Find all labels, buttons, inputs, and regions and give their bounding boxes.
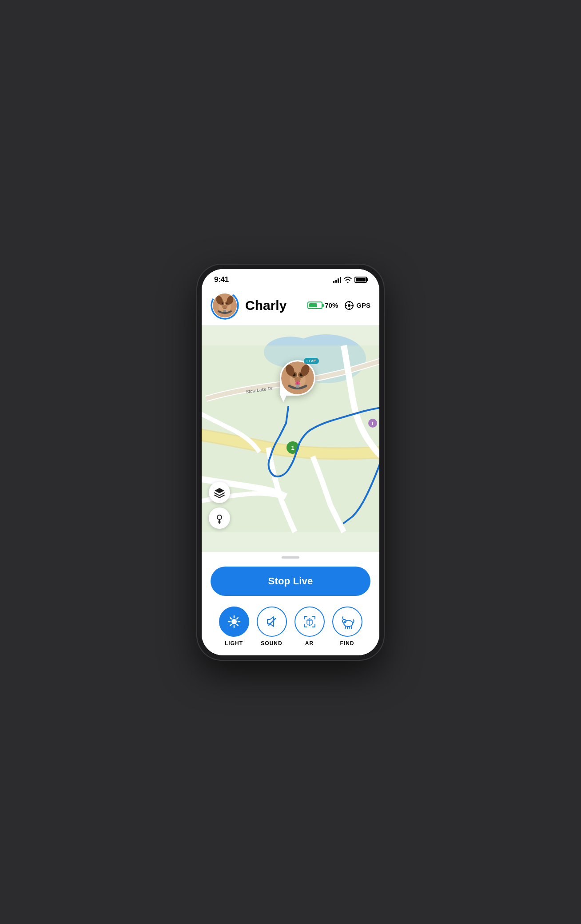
pet-avatar-container bbox=[211, 291, 239, 320]
svg-point-39 bbox=[231, 619, 237, 624]
location-icon bbox=[214, 512, 225, 524]
wifi-icon bbox=[344, 277, 352, 283]
dog-marker-tail bbox=[280, 394, 287, 402]
sound-label: SOUND bbox=[261, 640, 282, 646]
svg-rect-37 bbox=[296, 385, 299, 388]
map-container[interactable]: 1 ⬆ Stow Lake Dr LIVE bbox=[202, 325, 379, 552]
action-find-button[interactable]: FIND bbox=[332, 607, 362, 646]
svg-line-45 bbox=[237, 624, 238, 626]
status-time: 9:41 bbox=[214, 275, 229, 284]
light-label: LIGHT bbox=[225, 640, 243, 646]
svg-line-54 bbox=[349, 627, 350, 629]
light-icon bbox=[227, 614, 242, 629]
svg-rect-10 bbox=[223, 310, 226, 312]
svg-point-50 bbox=[344, 620, 353, 627]
svg-point-7 bbox=[222, 305, 227, 309]
action-ar-button[interactable]: AR bbox=[294, 607, 325, 646]
status-bar: 9:41 bbox=[202, 269, 379, 288]
svg-text:⬆: ⬆ bbox=[371, 421, 374, 426]
find-icon bbox=[339, 614, 355, 630]
find-icon-circle bbox=[332, 607, 362, 637]
location-button[interactable] bbox=[209, 508, 230, 529]
gps-label: GPS bbox=[356, 301, 370, 309]
action-sound-button[interactable]: SOUND bbox=[257, 607, 287, 646]
phone-frame: 9:41 bbox=[197, 265, 384, 660]
layers-icon bbox=[214, 487, 225, 498]
dog-marker: LIVE bbox=[280, 360, 315, 402]
action-light-button[interactable]: LIGHT bbox=[219, 607, 249, 646]
status-icons bbox=[333, 277, 367, 283]
svg-point-32 bbox=[294, 377, 301, 381]
find-label: FIND bbox=[340, 640, 354, 646]
dog-marker-bubble bbox=[280, 360, 315, 396]
dog-avatar-svg bbox=[213, 293, 237, 317]
gps-status: GPS bbox=[344, 301, 370, 310]
sound-icon-circle bbox=[257, 607, 287, 637]
light-icon-circle bbox=[219, 607, 249, 637]
battery-status: 70% bbox=[307, 301, 338, 309]
pet-name: Charly bbox=[245, 298, 307, 313]
svg-line-47 bbox=[230, 624, 231, 626]
svg-line-52 bbox=[345, 627, 346, 629]
dog-marker-image bbox=[281, 361, 314, 394]
gps-icon bbox=[344, 301, 354, 310]
signal-icon bbox=[333, 277, 341, 283]
header: Charly 70% bbox=[202, 288, 379, 325]
battery-status-icon bbox=[307, 301, 322, 309]
battery-icon bbox=[354, 277, 367, 283]
avatar bbox=[213, 293, 237, 317]
ar-icon-circle bbox=[294, 607, 325, 637]
svg-line-46 bbox=[237, 618, 238, 619]
ar-label: AR bbox=[305, 640, 314, 646]
drag-handle bbox=[282, 556, 299, 559]
svg-text:1: 1 bbox=[291, 444, 294, 451]
action-buttons: LIGHT SOUND bbox=[211, 607, 370, 646]
bottom-panel: Stop Live bbox=[202, 552, 379, 655]
ar-icon bbox=[302, 615, 317, 629]
sound-icon bbox=[265, 615, 279, 629]
svg-line-44 bbox=[230, 618, 231, 619]
map-layers-button[interactable] bbox=[209, 482, 230, 503]
battery-percentage: 70% bbox=[325, 301, 338, 309]
stop-live-button[interactable]: Stop Live bbox=[211, 567, 370, 596]
svg-point-12 bbox=[348, 304, 350, 307]
svg-point-38 bbox=[217, 515, 222, 520]
live-badge: LIVE bbox=[304, 358, 319, 364]
pet-status-right: 70% GPS bbox=[307, 301, 370, 310]
phone-screen: 9:41 bbox=[202, 269, 379, 655]
